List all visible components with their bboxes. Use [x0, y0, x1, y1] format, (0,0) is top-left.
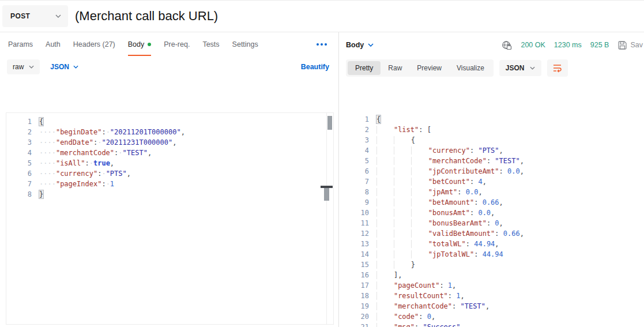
- more-actions-icon[interactable]: [317, 32, 330, 57]
- network-info-icon[interactable]: [502, 40, 512, 50]
- request-language-select[interactable]: JSON: [50, 63, 78, 71]
- line-number: 5: [339, 156, 376, 166]
- code-line: 1{: [6, 116, 333, 127]
- tab-label: Settings: [232, 40, 258, 48]
- body-type-select[interactable]: raw: [7, 59, 40, 74]
- tab-label: Params: [8, 40, 33, 48]
- line-number: 11: [339, 218, 376, 228]
- beautify-button[interactable]: Beautify: [301, 63, 332, 71]
- response-language-select[interactable]: JSON: [499, 60, 541, 76]
- code-line: 20 "code": 0,: [339, 311, 644, 322]
- code-line: 13 "totalWL": 44.94,: [339, 239, 644, 249]
- line-number: 15: [339, 260, 376, 270]
- tab-label: Pre-req.: [164, 40, 190, 48]
- wrap-lines-button[interactable]: [547, 59, 568, 77]
- line-number: 21: [339, 322, 376, 327]
- response-body-select[interactable]: Body: [346, 41, 374, 49]
- line-number: 6: [6, 168, 39, 179]
- code-line: 11 "bonusBearAmt": 0,: [339, 218, 644, 228]
- code-line: 16 ],: [339, 270, 644, 280]
- code-line: 2 "list": [: [339, 125, 644, 135]
- editor-scrollbar-thumb[interactable]: [327, 116, 332, 130]
- wrap-text-icon: [552, 63, 562, 73]
- tab-label: Body: [128, 40, 145, 48]
- tab-tests[interactable]: Tests: [202, 32, 219, 57]
- save-icon: [617, 40, 627, 50]
- code-line: 15 }: [339, 260, 644, 270]
- code-line: 4 "currency": "PTS",: [339, 145, 644, 156]
- code-line: 12 "validBetAmount": 0.66,: [339, 228, 644, 239]
- code-line: 14 "jpTotalWL": 44.94: [339, 249, 644, 260]
- tab-label: Auth: [46, 40, 61, 48]
- request-tabs: ParamsAuthHeaders (27)BodyPre-req.TestsS…: [0, 32, 338, 57]
- code-line: 6 "jpContributeAmt": 0.0,: [339, 166, 644, 176]
- request-url-bar: POST (Merchant call back URL): [0, 1, 644, 32]
- response-time: 1230 ms: [554, 41, 582, 49]
- code-line: 9 "betAmount": 0.66,: [339, 197, 644, 208]
- code-line: 19 "merchantCode": "TEST",: [339, 301, 644, 311]
- code-line: 5····"isAll":·true,: [6, 158, 333, 168]
- line-number: 17: [339, 280, 376, 291]
- code-line: 3 {: [339, 135, 644, 145]
- tab-pre-req[interactable]: Pre-req.: [164, 32, 190, 57]
- line-number: 6: [339, 166, 376, 176]
- modified-dot: [148, 43, 151, 46]
- view-tab-visualize[interactable]: Visualize: [449, 61, 492, 75]
- chevron-down-icon: [530, 66, 535, 70]
- url-input[interactable]: (Merchant call back URL): [75, 9, 218, 24]
- save-label: Sav: [630, 41, 643, 49]
- response-meta: 200 OK 1230 ms 925 B Sav: [502, 40, 643, 50]
- i-beam-pointer: [321, 186, 333, 201]
- line-number: 3: [339, 135, 376, 145]
- code-line: 2····"beginDate":·"20211201T000000",: [6, 127, 333, 137]
- view-tab-pretty[interactable]: Pretty: [348, 61, 381, 75]
- response-view-segmented: PrettyRawPreviewVisualize: [346, 59, 494, 77]
- view-tab-preview[interactable]: Preview: [409, 61, 449, 75]
- tab-label: Tests: [202, 40, 219, 48]
- response-size: 925 B: [590, 41, 609, 49]
- code-line: 17 "pageCount": 1,: [339, 280, 644, 291]
- chevron-down-icon: [29, 65, 34, 69]
- request-body-editor[interactable]: 1{2····"beginDate":·"20211201T000000",3·…: [6, 112, 334, 325]
- code-line: 7 "betCount": 4,: [339, 176, 644, 187]
- tab-params[interactable]: Params: [8, 32, 33, 57]
- line-number: 5: [6, 158, 39, 168]
- line-number: 18: [339, 291, 376, 301]
- chevron-down-icon: [368, 43, 374, 47]
- response-header: Body 200 OK: [339, 32, 644, 58]
- line-number: 19: [339, 301, 376, 311]
- tab-label: Headers (27): [73, 40, 115, 48]
- tab-body[interactable]: Body: [128, 32, 152, 57]
- view-tab-raw[interactable]: Raw: [381, 61, 409, 75]
- tab-settings[interactable]: Settings: [232, 32, 258, 57]
- chevron-down-icon: [55, 14, 61, 18]
- code-line: 10 "bonusAmt": 0.0,: [339, 208, 644, 218]
- code-line: 21 "msg": "Success",: [339, 322, 644, 327]
- line-number: 1: [339, 114, 376, 125]
- line-number: 12: [339, 228, 376, 239]
- response-language-label: JSON: [506, 64, 525, 72]
- response-body-label: Body: [346, 41, 364, 49]
- line-number: 7: [6, 179, 39, 189]
- line-number: 4: [339, 145, 376, 156]
- line-number: 8: [339, 187, 376, 197]
- body-type-label: raw: [13, 63, 24, 71]
- request-code: 1{2····"beginDate":·"20211201T000000",3·…: [6, 116, 333, 200]
- line-number: 2: [6, 127, 39, 137]
- code-line: 8 "jpAmt": 0.0,: [339, 187, 644, 197]
- response-panel: Body 200 OK: [339, 32, 644, 327]
- code-line: 4····"merchantCode":·"TEST",: [6, 148, 333, 158]
- request-language-label: JSON: [50, 63, 69, 71]
- tab-auth[interactable]: Auth: [46, 32, 61, 57]
- tab-headers-27[interactable]: Headers (27): [73, 32, 115, 57]
- code-line: 6····"currency":·"PTS",: [6, 168, 333, 179]
- request-body-options: raw JSON Beautify: [0, 57, 338, 77]
- method-select[interactable]: POST: [2, 5, 68, 27]
- line-number: 10: [339, 208, 376, 218]
- save-response-button[interactable]: Sav: [617, 40, 643, 50]
- line-number: 3: [6, 137, 39, 148]
- method-label: POST: [10, 12, 30, 20]
- line-number: 20: [339, 311, 376, 322]
- line-number: 8: [6, 189, 39, 200]
- response-code: 1{2 "list": [3 {4 "currency": "PTS",5 "m…: [339, 114, 644, 327]
